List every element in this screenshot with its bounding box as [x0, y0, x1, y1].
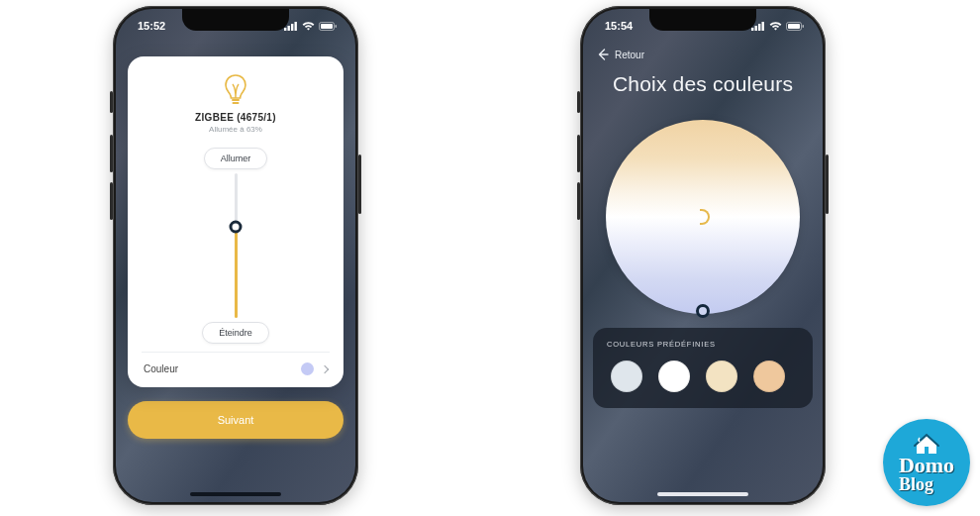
side-button: [826, 155, 829, 214]
watermark-text: DomoBlog: [899, 457, 954, 491]
svg-rect-10: [755, 26, 757, 31]
preset-colors-panel: COULEURS PRÉDÉFINIES: [593, 328, 813, 408]
svg-rect-6: [336, 25, 338, 28]
svg-rect-0: [284, 28, 286, 31]
svg-rect-14: [788, 24, 800, 29]
preset-swatch[interactable]: [706, 361, 737, 392]
side-button: [110, 91, 113, 113]
screen-right: 15:54 Retour Choix des couleurs COULEURS…: [583, 9, 823, 502]
home-indicator[interactable]: [190, 492, 281, 496]
lightbulb-icon: [223, 74, 248, 106]
battery-icon: [319, 22, 338, 31]
house-icon: [914, 433, 939, 455]
svg-rect-11: [758, 24, 760, 31]
side-button: [577, 182, 580, 220]
back-button[interactable]: Retour: [597, 49, 644, 60]
home-indicator[interactable]: [657, 492, 748, 496]
status-icons: [751, 22, 805, 31]
svg-rect-12: [762, 22, 764, 31]
svg-rect-8: [233, 102, 240, 104]
battery-icon: [786, 22, 805, 31]
preset-swatch[interactable]: [753, 361, 785, 392]
side-button: [577, 91, 580, 113]
wifi-icon: [302, 22, 315, 31]
clock: 15:54: [605, 20, 633, 32]
device-status: Allumée à 63%: [209, 125, 262, 134]
domoblog-watermark: DomoBlog: [883, 419, 970, 506]
turn-off-button[interactable]: Éteindre: [202, 322, 269, 344]
side-button: [358, 155, 361, 214]
wheel-picker-thumb[interactable]: [696, 304, 710, 318]
device-card: ZIGBEE (4675/1) Allumée à 63% Allumer Ét…: [128, 56, 343, 387]
svg-rect-1: [288, 26, 290, 31]
color-label: Couleur: [144, 363, 178, 374]
notch: [182, 9, 289, 31]
wheel-center-mark: [700, 209, 710, 225]
preset-swatch[interactable]: [611, 361, 642, 392]
svg-rect-5: [321, 24, 333, 29]
svg-rect-7: [232, 99, 240, 101]
preset-row: [607, 361, 799, 392]
arrow-left-icon: [597, 49, 609, 60]
svg-rect-2: [291, 24, 293, 31]
next-button[interactable]: Suivant: [128, 401, 343, 439]
wifi-icon: [769, 22, 782, 31]
phone-mockup-right: 15:54 Retour Choix des couleurs COULEURS…: [580, 6, 826, 505]
side-button: [110, 182, 113, 220]
phone-mockup-left: 15:52 ZIGBEE (4675/1) Allumée à 63% Allu…: [113, 6, 358, 505]
screen-left: 15:52 ZIGBEE (4675/1) Allumée à 63% Allu…: [116, 9, 355, 502]
svg-rect-3: [295, 22, 297, 31]
svg-rect-16: [925, 447, 929, 454]
slider-thumb[interactable]: [230, 221, 243, 234]
preset-swatch[interactable]: [658, 361, 690, 392]
back-label: Retour: [615, 50, 644, 60]
chevron-right-icon: [321, 364, 329, 372]
side-button: [577, 135, 580, 172]
color-temperature-wheel[interactable]: [606, 120, 800, 314]
preset-heading: COULEURS PRÉDÉFINIES: [607, 340, 799, 349]
svg-rect-15: [803, 25, 805, 28]
page-title: Choix des couleurs: [583, 72, 823, 96]
brightness-slider[interactable]: [142, 173, 330, 318]
color-option-row[interactable]: Couleur: [142, 352, 330, 379]
clock: 15:52: [138, 20, 165, 32]
device-name: ZIGBEE (4675/1): [195, 112, 276, 123]
turn-on-button[interactable]: Allumer: [204, 148, 268, 169]
notch: [649, 9, 756, 31]
side-button: [110, 135, 113, 172]
svg-rect-9: [751, 28, 753, 31]
status-icons: [284, 22, 338, 31]
current-color-swatch: [301, 362, 314, 375]
